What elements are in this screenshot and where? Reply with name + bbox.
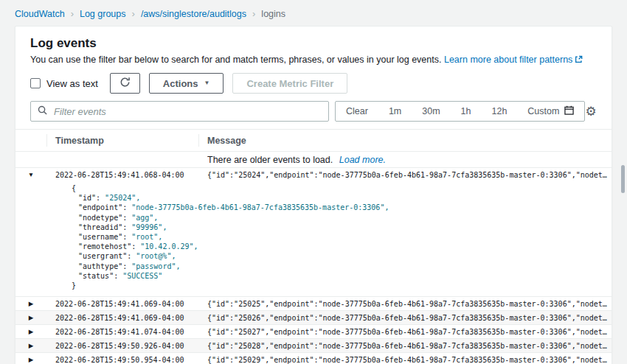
range-1h-button[interactable]: 1h <box>451 102 482 121</box>
expanded-event-json: { "id":"25024", "endpoint":"node-37775b0… <box>15 181 612 297</box>
json-field: "threadid":"99996", <box>72 223 612 232</box>
json-field: "nodetype":"agg", <box>72 213 612 223</box>
filter-bar: Clear 1m 30m 1h 12h Custom ⚙ <box>30 101 597 122</box>
expand-arrow-icon[interactable]: ▶ <box>29 343 34 349</box>
timestamp-column-header: Timestamp <box>46 130 198 151</box>
log-event-row-expanded[interactable]: ▼ 2022-06-28T15:49:41.068-04:00 {"id":"2… <box>15 168 612 181</box>
range-custom-button[interactable]: Custom <box>517 102 584 121</box>
calendar-icon <box>564 105 574 117</box>
actions-button[interactable]: Actions ▼ <box>149 73 224 94</box>
breadcrumb-separator-icon: › <box>71 8 74 19</box>
json-field: "authtype":"password", <box>72 262 612 271</box>
expand-arrow-icon[interactable]: ▶ <box>29 357 34 363</box>
json-close-brace: } <box>72 281 612 290</box>
scrollbar-thumb[interactable] <box>621 165 625 193</box>
collapse-arrow-icon[interactable]: ▼ <box>28 172 34 178</box>
chevron-down-icon: ▼ <box>204 80 210 86</box>
view-as-text-checkbox[interactable]: View as text <box>30 78 98 89</box>
event-timestamp: 2022-06-28T15:49:50.926-04:00 <box>46 342 198 350</box>
older-events-row: There are older events to load. Load mor… <box>15 152 612 168</box>
event-message: {"id":"25027","endpoint":"node-37775b0a-… <box>198 328 612 336</box>
search-icon <box>38 105 47 118</box>
toolbar: View as text Actions ▼ Create Metric Fil… <box>30 73 597 94</box>
log-event-row[interactable]: ▶ 2022-06-28T15:49:41.074-04:00 {"id":"2… <box>15 325 612 339</box>
description-text: You can use the filter bar below to sear… <box>30 55 441 65</box>
json-field: "id":"25024", <box>72 193 612 203</box>
breadcrumb-link-cloudwatch[interactable]: CloudWatch <box>15 9 65 19</box>
page-description: You can use the filter bar below to sear… <box>30 54 597 66</box>
breadcrumb-link-log-groups[interactable]: Log groups <box>80 9 126 19</box>
log-event-row[interactable]: ▶ 2022-06-28T15:49:50.954-04:00 {"id":"2… <box>15 353 612 364</box>
expand-arrow-icon[interactable]: ▶ <box>29 329 34 335</box>
event-timestamp: 2022-06-28T15:49:41.074-04:00 <box>46 328 198 336</box>
json-field: "remotehost":"10.42.0.29", <box>72 242 612 251</box>
event-timestamp: 2022-06-28T15:49:50.954-04:00 <box>46 356 198 364</box>
expand-arrow-icon[interactable]: ▶ <box>29 301 34 307</box>
event-message: {"id":"25029","endpoint":"node-37775b0a-… <box>198 356 612 364</box>
older-events-text: There are older events to load. <box>207 155 333 165</box>
log-event-row[interactable]: ▶ 2022-06-28T15:49:50.926-04:00 {"id":"2… <box>15 339 612 353</box>
breadcrumb-separator-icon: › <box>132 8 135 19</box>
event-message: {"id":"25026","endpoint":"node-37775b0a-… <box>198 314 612 322</box>
breadcrumb-link-log-group[interactable]: /aws/singlestore/auditlogs <box>141 9 246 19</box>
settings-gear-icon[interactable]: ⚙ <box>585 105 596 118</box>
log-event-row[interactable]: ▶ 2022-06-28T15:49:41.069-04:00 {"id":"2… <box>15 311 612 325</box>
event-message: {"id":"25024","endpoint":"node-37775b0a-… <box>198 171 612 179</box>
range-1m-button[interactable]: 1m <box>378 102 412 121</box>
log-events-table: Timestamp Message There are older events… <box>15 129 612 364</box>
json-field: "username":"root", <box>72 232 612 242</box>
checkbox-box[interactable] <box>30 78 41 88</box>
json-field: "status":"SUCCESS" <box>72 271 612 281</box>
refresh-button[interactable] <box>110 73 140 94</box>
event-timestamp: 2022-06-28T15:49:41.069-04:00 <box>46 314 198 322</box>
log-events-panel: Log events You can use the filter bar be… <box>15 26 612 364</box>
filter-events-search-box <box>30 101 329 122</box>
event-timestamp: 2022-06-28T15:49:41.069-04:00 <box>46 300 198 308</box>
json-field: "endpoint":"node-37775b0a-6feb-4b61-98a7… <box>72 203 612 212</box>
external-link-icon <box>575 55 583 66</box>
event-message: {"id":"25028","endpoint":"node-37775b0a-… <box>198 342 612 350</box>
range-12h-button[interactable]: 12h <box>481 102 517 121</box>
range-clear-button[interactable]: Clear <box>336 102 378 121</box>
create-metric-filter-button[interactable]: Create Metric Filter <box>232 73 347 94</box>
view-as-text-label: View as text <box>46 78 98 89</box>
filter-events-input[interactable] <box>52 105 322 118</box>
json-open-brace: { <box>72 183 612 193</box>
time-range-group: Clear 1m 30m 1h 12h Custom <box>335 101 585 122</box>
refresh-icon <box>119 77 131 90</box>
message-column-header: Message <box>198 130 612 151</box>
log-event-row[interactable]: ▶ 2022-06-28T15:49:41.069-04:00 {"id":"2… <box>15 297 612 311</box>
load-more-link[interactable]: Load more. <box>339 155 386 165</box>
json-field: "usergrant":"root@%", <box>72 251 612 261</box>
breadcrumb-separator-icon: › <box>252 8 255 19</box>
table-header-row: Timestamp Message <box>15 130 612 152</box>
range-30m-button[interactable]: 30m <box>412 102 450 121</box>
breadcrumb-current-page: logins <box>261 9 285 19</box>
page-title: Log events <box>30 36 597 51</box>
breadcrumb: CloudWatch › Log groups › /aws/singlesto… <box>0 0 627 26</box>
expand-arrow-icon[interactable]: ▶ <box>29 315 34 321</box>
event-message: {"id":"25025","endpoint":"node-37775b0a-… <box>198 300 612 308</box>
learn-more-link[interactable]: Learn more about filter patterns <box>444 55 583 65</box>
event-timestamp: 2022-06-28T15:49:41.068-04:00 <box>46 171 198 179</box>
